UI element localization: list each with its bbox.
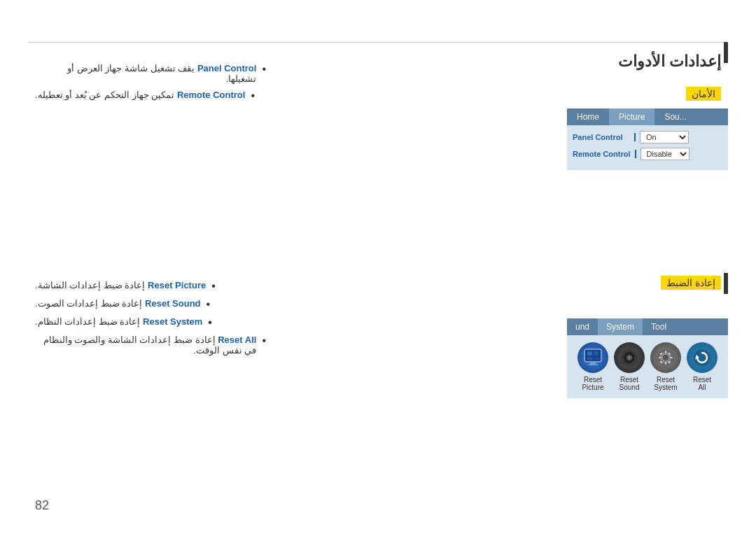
page-number: 82	[35, 498, 49, 513]
accent-bar-top	[724, 42, 728, 63]
bullet-dot-ra: •	[262, 335, 266, 347]
accent-bar-reset	[724, 273, 728, 294]
bullet-text-rsys: Reset System إعادة ضبط إعدادات النظام.	[35, 316, 202, 327]
reset-ui-tabs: und System Tool	[567, 318, 728, 335]
reset-picture-item[interactable]: ResetPicture	[578, 342, 608, 391]
reset-picture-icon	[578, 342, 608, 373]
remote-control-select[interactable]: Disable Enable	[640, 148, 690, 160]
reset-all-label: ResetAll	[693, 376, 711, 391]
reset-system-label: ResetSystem	[654, 376, 677, 391]
bullet-text-ra: Reset All إعادة ضبط إعدادات الشاشة والصو…	[35, 335, 256, 356]
svg-rect-16	[665, 362, 666, 365]
bullet-remote-control: • Remote Control تمكين جهاز التحكم عن بُ…	[35, 90, 266, 102]
bullet-dot-rsys: •	[208, 316, 212, 329]
bullet-text-remote: Remote Control تمكين جهاز التحكم عن بُعد…	[35, 90, 245, 100]
svg-rect-5	[594, 357, 598, 360]
tab-tool[interactable]: Tool	[643, 318, 675, 335]
bullet-text-panel: Panel Control يقف تشغيل شاشة جهاز العرض …	[35, 63, 256, 84]
reset-sound-icon	[614, 342, 645, 373]
tab-und[interactable]: und	[567, 318, 598, 335]
svg-rect-7	[588, 364, 598, 365]
panel-control-select[interactable]: On Off	[640, 131, 689, 143]
reset-all-link: Reset All	[218, 335, 256, 345]
reset-sound-label: ResetSound	[620, 376, 640, 391]
security-ui-tabs: Home Picture Sou...	[567, 108, 728, 125]
reset-all-icon	[687, 342, 718, 373]
reset-section-header: إعادة الضبط	[661, 276, 721, 289]
bullet-dot-rp: •	[211, 280, 216, 293]
reset-all-item[interactable]: ResetAll	[687, 342, 718, 391]
reset-badge: إعادة الضبط	[661, 276, 721, 290]
tab-home[interactable]: Home	[567, 108, 609, 125]
reset-picture-desc: إعادة ضبط إعدادات الشاشة.	[35, 280, 145, 290]
bullet-panel-control: • Panel Control يقف تشغيل شاشة جهاز العر…	[35, 63, 266, 84]
svg-rect-4	[587, 357, 592, 360]
bullet-text-rs: Reset Sound إعادة ضبط إعدادات الصوت.	[35, 298, 201, 309]
svg-point-11	[629, 357, 631, 359]
security-bullets: • Panel Control يقف تشغيل شاشة جهاز العر…	[35, 63, 266, 108]
remote-control-label: Remote Control	[573, 150, 636, 158]
bullet-dot-rs: •	[206, 298, 211, 311]
security-section-header: الأمان	[686, 87, 721, 100]
bullet-reset-all: • Reset All إعادة ضبط إعدادات الشاشة وال…	[35, 335, 266, 356]
panel-control-label: Panel Control	[573, 133, 636, 141]
svg-point-14	[663, 355, 668, 360]
bullet-dot-2: •	[251, 90, 255, 102]
security-badge: الأمان	[686, 87, 721, 101]
tab-system[interactable]: System	[598, 318, 643, 335]
reset-sound-desc: إعادة ضبط إعدادات الصوت.	[35, 298, 142, 309]
panel-control-link: Panel Control	[197, 63, 257, 73]
svg-rect-18	[670, 357, 673, 358]
svg-rect-2	[587, 351, 592, 356]
reset-system-desc: إعادة ضبط إعدادات النظام.	[35, 316, 140, 327]
reset-system-item[interactable]: ResetSystem	[650, 342, 681, 391]
reset-ui-mockup: und System Tool ResetPicture	[567, 318, 728, 398]
reset-sound-link: Reset Sound	[145, 298, 200, 309]
reset-system-link: Reset System	[143, 316, 202, 327]
bullet-reset-sound: • Reset Sound إعادة ضبط إعدادات الصوت.	[35, 298, 266, 311]
svg-rect-17	[659, 357, 662, 358]
main-title: إعدادات الأدوات	[618, 52, 721, 71]
svg-rect-0	[584, 349, 601, 362]
tab-sound-partial[interactable]: Sou...	[654, 108, 696, 125]
reset-picture-link: Reset Picture	[148, 280, 206, 290]
remote-control-desc: تمكين جهاز التحكم عن بُعد أو تعطيله.	[35, 90, 174, 100]
bullet-reset-system: • Reset System إعادة ضبط إعدادات النظام.	[35, 316, 266, 329]
top-divider	[28, 42, 728, 43]
bullet-dot-1: •	[262, 63, 266, 76]
panel-control-row: Panel Control On Off	[573, 131, 722, 143]
security-ui-panel: Panel Control On Off Remote Control Disa…	[567, 125, 728, 170]
bullet-reset-picture: • Reset Picture إعادة ضبط إعدادات الشاشة…	[35, 280, 266, 293]
main-title-area: إعدادات الأدوات	[618, 52, 721, 71]
svg-rect-6	[590, 362, 596, 364]
reset-system-icon	[650, 342, 681, 373]
reset-sound-item[interactable]: ResetSound	[614, 342, 645, 391]
security-ui-mockup: Home Picture Sou... Panel Control On Off…	[567, 108, 728, 170]
bullet-text-rp: Reset Picture إعادة ضبط إعدادات الشاشة.	[35, 280, 206, 290]
remote-control-row: Remote Control Disable Enable	[573, 148, 722, 160]
reset-picture-label: ResetPicture	[582, 376, 603, 391]
reset-bullets: • Reset Picture إعادة ضبط إعدادات الشاشة…	[35, 280, 266, 361]
svg-rect-15	[665, 351, 666, 353]
svg-rect-3	[594, 351, 598, 356]
remote-control-link: Remote Control	[177, 90, 246, 100]
tab-picture[interactable]: Picture	[609, 108, 654, 125]
reset-ui-panel: ResetPicture ResetSound	[567, 335, 728, 398]
